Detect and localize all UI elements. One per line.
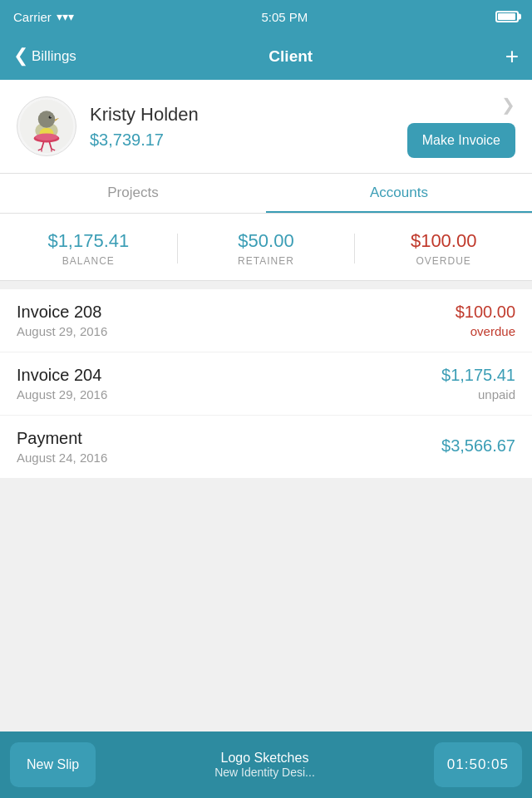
invoice-204-status: unpaid — [441, 387, 515, 401]
invoice-208-right: $100.00 overdue — [456, 303, 515, 338]
nav-bar: ❮ Billings Client + — [0, 33, 532, 80]
summary-retainer: $50.00 RETAINER — [178, 230, 355, 267]
timer-button[interactable]: 01:50:05 — [434, 742, 522, 787]
balance-amount: $1,175.41 — [0, 230, 177, 252]
avatar — [17, 96, 76, 156]
invoice-208-amount: $100.00 — [456, 303, 515, 322]
bottom-center-info: Logo Sketches New Identity Desi... — [106, 751, 424, 779]
summary-row: $1,175.41 BALANCE $50.00 RETAINER $100.0… — [0, 214, 532, 281]
new-slip-button[interactable]: New Slip — [10, 742, 96, 787]
client-balance: $3,739.17 — [90, 131, 394, 150]
svg-point-6 — [50, 116, 51, 116]
svg-point-3 — [38, 111, 55, 127]
summary-balance: $1,175.41 BALANCE — [0, 230, 177, 267]
invoice-204-right: $1,175.41 unpaid — [441, 366, 515, 401]
overdue-amount: $100.00 — [355, 230, 532, 252]
table-row[interactable]: Invoice 204 August 29, 2016 $1,175.41 un… — [0, 352, 532, 416]
carrier-label: Carrier — [13, 10, 52, 24]
svg-point-8 — [35, 134, 57, 141]
client-name: Kristy Holden — [90, 104, 394, 126]
payment-right: $3,566.67 — [441, 436, 515, 458]
summary-overdue: $100.00 OVERDUE — [355, 230, 532, 267]
invoice-204-amount: $1,175.41 — [441, 366, 515, 385]
carrier-wifi: Carrier ▾▾▾ — [13, 10, 74, 24]
payment-date: August 24, 2016 — [17, 451, 107, 465]
battery-icon — [495, 11, 519, 22]
table-row[interactable]: Invoice 208 August 29, 2016 $100.00 over… — [0, 289, 532, 352]
detail-chevron-icon[interactable]: ❯ — [501, 95, 515, 115]
client-actions: ❯ Make Invoice — [407, 95, 515, 158]
invoice-204-title: Invoice 204 — [17, 366, 107, 385]
project-subtitle: New Identity Desi... — [106, 766, 424, 779]
invoice-204-date: August 29, 2016 — [17, 387, 107, 401]
invoice-208-status: overdue — [456, 324, 515, 338]
retainer-label: RETAINER — [178, 255, 355, 267]
invoice-208-title: Invoice 208 — [17, 303, 107, 322]
tabs: Projects Accounts — [0, 174, 532, 214]
payment-title: Payment — [17, 429, 107, 448]
tab-projects-label: Projects — [107, 185, 158, 201]
time-label: 5:05 PM — [261, 10, 308, 24]
balance-label: BALANCE — [0, 255, 177, 267]
invoice-208-left: Invoice 208 August 29, 2016 — [17, 303, 107, 338]
overdue-label: OVERDUE — [355, 255, 532, 267]
retainer-amount: $50.00 — [178, 230, 355, 252]
tab-accounts-label: Accounts — [370, 185, 428, 201]
table-row[interactable]: Payment August 24, 2016 $3,566.67 — [0, 416, 532, 479]
tab-accounts[interactable]: Accounts — [266, 174, 532, 213]
nav-title: Client — [268, 47, 313, 66]
section-gap — [0, 281, 532, 289]
invoice-208-date: August 29, 2016 — [17, 324, 107, 338]
invoice-list: Invoice 208 August 29, 2016 $100.00 over… — [0, 289, 532, 479]
payment-left: Payment August 24, 2016 — [17, 429, 107, 465]
client-info: Kristy Holden $3,739.17 — [90, 104, 394, 150]
make-invoice-button[interactable]: Make Invoice — [407, 123, 515, 158]
status-bar: Carrier ▾▾▾ 5:05 PM — [0, 0, 532, 33]
wifi-icon: ▾▾▾ — [57, 10, 74, 23]
back-button[interactable]: ❮ Billings — [13, 47, 76, 66]
client-card: Kristy Holden $3,739.17 ❯ Make Invoice — [0, 80, 532, 174]
back-chevron-icon: ❮ — [13, 45, 28, 66]
add-button[interactable]: + — [505, 45, 519, 68]
tab-projects[interactable]: Projects — [0, 174, 266, 213]
bottom-bar: New Slip Logo Sketches New Identity Desi… — [0, 732, 532, 798]
payment-amount: $3,566.67 — [441, 436, 515, 456]
project-title: Logo Sketches — [106, 751, 424, 766]
invoice-204-left: Invoice 204 August 29, 2016 — [17, 366, 107, 401]
back-label: Billings — [32, 48, 76, 65]
